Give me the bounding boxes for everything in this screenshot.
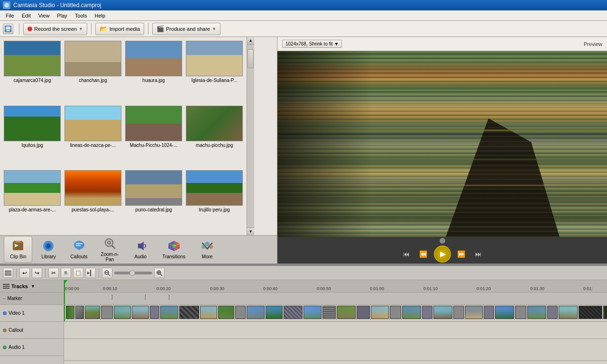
- clip-33[interactable]: [603, 306, 607, 319]
- media-filename: puestas-sol-playa-...: [72, 207, 114, 212]
- clip-31[interactable]: [559, 306, 578, 319]
- clip-17[interactable]: [337, 306, 356, 319]
- clip-24[interactable]: [453, 306, 464, 319]
- clip-7[interactable]: [160, 306, 178, 319]
- track-spacer: [64, 339, 607, 344]
- zoom-slider-handle[interactable]: [129, 270, 135, 276]
- timecode-6: 0:01:00: [370, 286, 384, 291]
- menu-view[interactable]: View: [35, 12, 54, 19]
- fast-forward-button[interactable]: ⏩: [455, 247, 468, 261]
- cut-button[interactable]: ✂: [48, 268, 59, 278]
- clip-20[interactable]: [390, 306, 401, 319]
- clip-21[interactable]: [402, 306, 421, 319]
- list-item[interactable]: plaza-de-armas-are-...: [4, 170, 61, 231]
- list-item[interactable]: puno-catedral.jpg: [125, 170, 182, 231]
- paste-button[interactable]: 📋: [73, 268, 83, 278]
- left-panel: cajamarca074.jpg chanchan.jpg huaura.jpg…: [0, 37, 277, 264]
- tab-clip-bin[interactable]: Clip Bin: [4, 236, 32, 263]
- timeline-tracks-area[interactable]: 0:00:00 0:00:10 0:00:20 0:00:30 0:00:40 …: [64, 280, 607, 364]
- list-item[interactable]: machu-picchu.jpg: [186, 106, 243, 167]
- record-button[interactable]: Record the screen ▼: [23, 23, 87, 35]
- clip-18[interactable]: [357, 306, 370, 319]
- clip-8[interactable]: [179, 306, 199, 319]
- rewind-button[interactable]: ⏪: [417, 247, 430, 261]
- clip-5[interactable]: [132, 306, 149, 319]
- list-item[interactable]: Iquitos.jpg: [4, 106, 61, 167]
- zoom-out-button[interactable]: [102, 268, 112, 278]
- tracks-dropdown-arrow[interactable]: ▼: [31, 284, 35, 289]
- clip-12[interactable]: [247, 306, 265, 319]
- clip-15[interactable]: [304, 306, 322, 319]
- zoom-in-button[interactable]: [154, 268, 165, 278]
- import-media-button[interactable]: 📂 Import media: [95, 23, 144, 35]
- clip-26[interactable]: [484, 306, 494, 319]
- list-item[interactable]: Machu-Picchu-1024-...: [125, 106, 182, 167]
- timecode-7: 0:01:10: [423, 286, 438, 291]
- menu-file[interactable]: File: [2, 12, 18, 19]
- clip-23[interactable]: [433, 306, 452, 319]
- produce-share-button[interactable]: 🎬 Produce and share ▼: [152, 23, 221, 35]
- clip-27[interactable]: [495, 306, 514, 319]
- clip-28[interactable]: [515, 306, 526, 319]
- clip-3[interactable]: [101, 306, 113, 319]
- menu-edit[interactable]: Edit: [18, 12, 35, 19]
- menu-help[interactable]: Help: [91, 12, 109, 19]
- split-button[interactable]: [85, 268, 96, 278]
- scrubber-handle[interactable]: [440, 238, 445, 244]
- play-pause-button[interactable]: ▶: [434, 246, 451, 263]
- clip-32[interactable]: [579, 306, 602, 319]
- clip-29[interactable]: [527, 306, 546, 319]
- list-item[interactable]: chanchan.jpg: [64, 41, 121, 102]
- go-to-end-button[interactable]: ⏭: [472, 247, 485, 261]
- play-icon: ▶: [440, 249, 446, 258]
- clip-16[interactable]: [322, 306, 336, 319]
- tab-audio[interactable]: Audio: [126, 237, 155, 262]
- menu-play[interactable]: Play: [53, 12, 71, 19]
- marker-collapse-icon[interactable]: –: [3, 296, 6, 301]
- media-thumbnail: [186, 41, 243, 76]
- tracks-menu-button[interactable]: [3, 268, 13, 278]
- undo-button[interactable]: ↩: [19, 268, 30, 278]
- list-item[interactable]: Iglesia-de-Sullana-P...: [186, 41, 243, 102]
- tab-library[interactable]: Library: [34, 237, 63, 262]
- clip-22[interactable]: [422, 306, 432, 319]
- list-item[interactable]: huaura.jpg: [125, 41, 182, 102]
- list-item[interactable]: puestas-sol-playa-...: [64, 170, 121, 231]
- playhead[interactable]: [64, 280, 65, 292]
- clip-2[interactable]: [85, 306, 100, 319]
- resolution-dropdown[interactable]: 1024x768, Shrink to fit ▼: [282, 40, 342, 48]
- tab-transitions[interactable]: Transitions: [156, 237, 191, 262]
- copy-button[interactable]: ⎘: [61, 268, 71, 278]
- preview-scrubber[interactable]: [277, 237, 607, 245]
- clip-10[interactable]: [218, 306, 234, 319]
- clip-11[interactable]: [235, 306, 246, 319]
- preview-resolution-selector: 1024x768, Shrink to fit ▼: [282, 40, 342, 48]
- tracks-menu-icon: [3, 283, 9, 290]
- tab-callouts[interactable]: Callouts: [64, 237, 93, 262]
- callout-track-row[interactable]: [64, 322, 607, 339]
- save-button[interactable]: [3, 24, 13, 34]
- clip-1[interactable]: [75, 306, 84, 319]
- clip-30[interactable]: [547, 306, 558, 319]
- list-item[interactable]: lineas-de-nazca-pe-...: [64, 106, 121, 167]
- clip-19[interactable]: [371, 306, 389, 319]
- redo-button[interactable]: ↪: [32, 268, 42, 278]
- media-scrollbar[interactable]: ▲ ▼: [247, 37, 254, 235]
- clip-13[interactable]: [266, 306, 283, 319]
- zoom-slider[interactable]: [114, 272, 152, 274]
- list-item[interactable]: trujillo peru.jpg: [186, 170, 243, 231]
- clip-4[interactable]: [114, 306, 131, 319]
- video1-track-row[interactable]: [64, 305, 607, 322]
- list-item[interactable]: cajamarca074.jpg: [4, 41, 61, 102]
- go-to-start-button[interactable]: ⏮: [400, 247, 413, 261]
- menu-tools[interactable]: Tools: [71, 12, 91, 19]
- media-thumbnail: [186, 170, 243, 206]
- clip-6[interactable]: [150, 306, 159, 319]
- preview-video[interactable]: [277, 51, 607, 237]
- clip-9[interactable]: [200, 306, 217, 319]
- clip-25[interactable]: [465, 306, 483, 319]
- tab-zoom-n-pan[interactable]: Zoom-n-Pan: [95, 234, 125, 265]
- tab-more[interactable]: More: [193, 237, 221, 262]
- clip-14[interactable]: [284, 306, 303, 319]
- audio1-track-row[interactable]: [64, 344, 607, 361]
